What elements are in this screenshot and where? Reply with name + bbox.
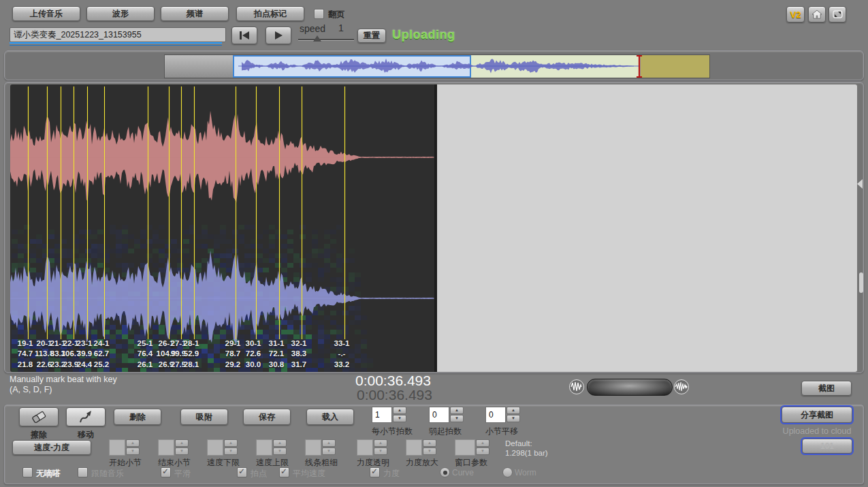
wave-zoom-out-button[interactable] — [569, 379, 584, 394]
move-tool-button[interactable] — [66, 407, 106, 426]
spin-down-icon[interactable]: ▼ — [450, 415, 464, 422]
snapshot-button[interactable]: 截图 — [801, 381, 852, 396]
play-button[interactable] — [266, 27, 291, 44]
speed-slider-track[interactable] — [298, 39, 354, 40]
spinner-control[interactable]: ▲▼ — [109, 439, 140, 456]
splitter-arrow-icon[interactable] — [857, 179, 863, 189]
beat-marker-line[interactable] — [74, 87, 74, 339]
splitter-grip[interactable] — [859, 272, 863, 293]
spin-up-icon[interactable]: ▲ — [393, 407, 406, 414]
spinner-value[interactable]: 1 — [372, 407, 392, 423]
spin-up-icon[interactable]: ▲ — [507, 407, 520, 414]
action-button[interactable]: 载入 — [306, 409, 354, 425]
spinner-value[interactable] — [357, 439, 373, 456]
spinner-value[interactable] — [455, 439, 475, 456]
option-checkbox[interactable] — [279, 467, 289, 477]
beat-marker-line[interactable] — [169, 87, 170, 339]
spin-down-icon[interactable]: ▼ — [273, 447, 287, 455]
spinner-value[interactable] — [406, 439, 422, 456]
beat-marker-line[interactable] — [344, 87, 345, 339]
beat-marker-line[interactable] — [104, 87, 105, 339]
spin-down-icon[interactable]: ▼ — [393, 415, 406, 422]
spin-down-icon[interactable]: ▼ — [374, 447, 387, 455]
beat-marker-line[interactable] — [28, 87, 29, 339]
action-button[interactable]: 删除 — [114, 409, 161, 425]
spinner-value[interactable] — [158, 439, 174, 456]
mode-radio[interactable] — [440, 467, 450, 477]
v2-badge[interactable]: V2 — [786, 6, 805, 22]
beat-marker-line[interactable] — [148, 87, 148, 339]
option-checkbox[interactable] — [22, 467, 33, 477]
spin-down-icon[interactable]: ▼ — [476, 447, 489, 455]
spin-down-icon[interactable]: ▼ — [423, 447, 436, 455]
spinner-control[interactable]: 0▲▼ — [429, 407, 464, 423]
beat-marker-line[interactable] — [236, 87, 236, 339]
beat-label-bpm: 72.1 — [268, 349, 284, 360]
share-screenshot-button[interactable]: 分享截图 — [782, 407, 852, 423]
spin-up-icon[interactable]: ▲ — [126, 439, 140, 447]
spin-up-icon[interactable]: ▲ — [450, 407, 464, 414]
beat-marker-line[interactable] — [87, 87, 88, 339]
waveform-canvas[interactable]: 19-174.721.820-1113.822.621-183.323.222-… — [10, 84, 434, 372]
spinner-control[interactable]: ▲▼ — [455, 439, 490, 456]
beat-marker-line[interactable] — [194, 87, 195, 339]
header-tab[interactable]: 频谱 — [161, 6, 229, 21]
spinner-value[interactable] — [305, 439, 321, 456]
spin-down-icon[interactable]: ▼ — [126, 447, 140, 455]
spinner-control[interactable]: ▲▼ — [305, 439, 336, 456]
spin-down-icon[interactable]: ▼ — [175, 447, 189, 455]
beat-marker-line[interactable] — [61, 87, 61, 339]
spinner-control[interactable]: 1▲▼ — [372, 407, 407, 423]
spinner-control[interactable]: ▲▼ — [256, 439, 287, 456]
spinner-value[interactable] — [256, 439, 272, 456]
spinner-value[interactable]: 0 — [485, 407, 506, 423]
spinner-control[interactable]: 0▲▼ — [485, 407, 521, 423]
fullscreen-button[interactable] — [829, 6, 846, 22]
beat-marker-line[interactable] — [47, 87, 48, 339]
wave-zoom-in-button[interactable] — [674, 379, 689, 394]
mode-radio[interactable] — [502, 467, 513, 477]
overview-strip[interactable] — [164, 54, 710, 78]
home-button[interactable] — [808, 6, 826, 22]
spinner-value[interactable] — [109, 439, 125, 456]
reset-button[interactable]: 重置 — [357, 29, 386, 43]
filename-input[interactable] — [10, 27, 226, 42]
erase-tool-button[interactable] — [19, 407, 59, 426]
spin-up-icon[interactable]: ▲ — [423, 439, 436, 447]
skip-start-button[interactable] — [231, 27, 257, 44]
spin-up-icon[interactable]: ▲ — [322, 439, 336, 447]
spinner-control[interactable]: ▲▼ — [406, 439, 437, 456]
speed-slider-thumb[interactable] — [313, 35, 321, 42]
option-checkbox[interactable] — [161, 467, 171, 477]
header-tab[interactable]: 拍点标记 — [236, 6, 304, 21]
spin-up-icon[interactable]: ▲ — [224, 439, 238, 447]
spin-down-icon[interactable]: ▼ — [322, 447, 336, 455]
beat-marker-line[interactable] — [181, 87, 182, 339]
action-button[interactable]: 保存 — [243, 409, 291, 425]
beat-marker-line[interactable] — [256, 87, 257, 339]
link-button[interactable]: 101 — [802, 439, 852, 454]
header-tab[interactable]: 上传音乐 — [12, 6, 80, 21]
spin-down-icon[interactable]: ▼ — [224, 447, 238, 455]
option-checkbox[interactable] — [78, 467, 88, 477]
header-tab[interactable]: 波形 — [86, 6, 155, 21]
spinner-control[interactable]: ▲▼ — [158, 439, 189, 456]
spinner-control[interactable]: ▲▼ — [357, 439, 388, 456]
spin-up-icon[interactable]: ▲ — [175, 439, 189, 447]
option-checkbox[interactable] — [370, 467, 380, 477]
spinner-value[interactable] — [207, 439, 223, 456]
spin-up-icon[interactable]: ▲ — [476, 439, 489, 447]
spin-up-icon[interactable]: ▲ — [374, 439, 387, 447]
page-flip-checkbox[interactable] — [314, 9, 324, 19]
action-button[interactable]: 吸附 — [180, 409, 228, 425]
wave-stretch-slider[interactable] — [587, 379, 673, 396]
overview-playhead[interactable] — [639, 55, 640, 78]
spinner-control[interactable]: ▲▼ — [207, 439, 238, 456]
beat-marker-line[interactable] — [302, 87, 302, 339]
speed-velocity-button[interactable]: 速度-力度 — [12, 440, 91, 455]
spin-up-icon[interactable]: ▲ — [273, 439, 287, 447]
beat-marker-line[interactable] — [279, 87, 280, 339]
spin-down-icon[interactable]: ▼ — [507, 415, 520, 422]
spinner-value[interactable]: 0 — [429, 407, 449, 423]
option-checkbox[interactable] — [237, 467, 247, 477]
